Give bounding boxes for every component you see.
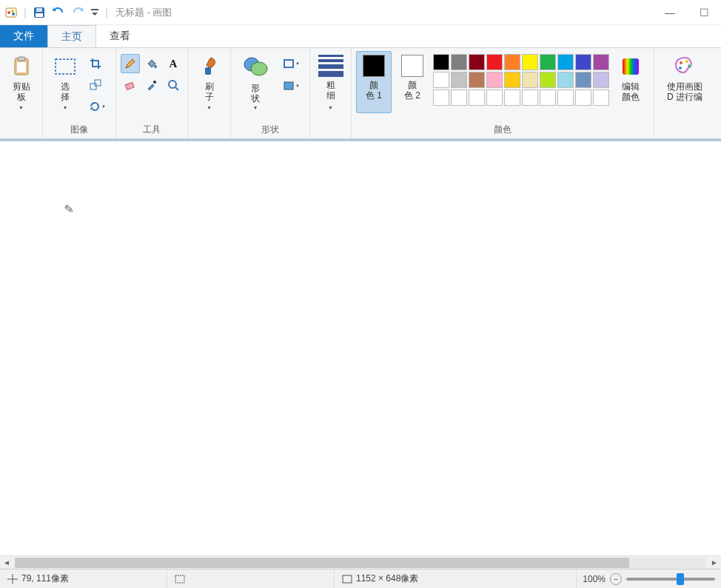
select-button[interactable]: 选 择 ▼: [47, 51, 83, 113]
selection-rect-icon: [175, 574, 185, 584]
svg-rect-11: [56, 59, 75, 74]
brushes-button[interactable]: 刷 子 ▼: [192, 51, 227, 113]
svg-point-17: [169, 81, 176, 88]
fill-icon[interactable]: [142, 54, 161, 73]
palette-color[interactable]: [557, 89, 574, 106]
shapes-button[interactable]: 形 状 ▼: [235, 51, 275, 113]
minimize-button[interactable]: —: [653, 0, 687, 24]
stroke-label: 粗 细: [326, 80, 335, 101]
shape-fill-icon[interactable]: ▼: [280, 76, 305, 95]
shapes-icon: [241, 55, 270, 80]
svg-rect-23: [284, 82, 293, 89]
svg-point-21: [251, 62, 267, 75]
pencil-icon[interactable]: [121, 54, 140, 73]
palette-color[interactable]: [522, 89, 538, 106]
svg-point-16: [153, 81, 156, 84]
color1-button[interactable]: 颜 色 1: [356, 51, 392, 113]
canvas-size: 1152 × 648像素: [356, 572, 418, 585]
palette-color[interactable]: [433, 54, 449, 70]
palette-color[interactable]: [575, 89, 591, 106]
edit-colors-button[interactable]: 编辑 颜色: [612, 51, 649, 113]
palette-color[interactable]: [486, 72, 503, 88]
save-icon[interactable]: [31, 4, 47, 21]
zoom-slider-thumb[interactable]: [677, 573, 684, 585]
palette-color[interactable]: [504, 89, 520, 106]
eyedropper-icon[interactable]: [142, 75, 161, 95]
scroll-left-icon[interactable]: ◄: [0, 558, 13, 567]
palette-color[interactable]: [469, 54, 485, 70]
group-image: 选 择 ▼ ▼ 图像: [43, 48, 116, 138]
palette-color[interactable]: [540, 54, 556, 70]
edit-colors-icon: [619, 55, 643, 78]
chevron-down-icon: ▼: [253, 105, 258, 110]
chevron-down-icon: ▼: [295, 61, 300, 66]
qat-separator: |: [24, 6, 27, 18]
palette-color[interactable]: [486, 54, 503, 70]
color2-button[interactable]: 颜 色 2: [395, 51, 430, 113]
palette-color[interactable]: [593, 72, 609, 88]
tab-file[interactable]: 文件: [0, 25, 47, 47]
quick-access-toolbar: | |: [0, 4, 113, 21]
redo-icon[interactable]: [70, 4, 86, 21]
color1-label: 颜 色 1: [366, 80, 382, 101]
svg-rect-7: [91, 9, 98, 10]
pencil-cursor-icon: ✎: [63, 201, 74, 216]
undo-icon[interactable]: [50, 4, 67, 21]
resize-icon[interactable]: [86, 75, 105, 95]
palette-color[interactable]: [433, 89, 449, 106]
palette-color[interactable]: [522, 72, 538, 88]
rotate-icon[interactable]: ▼: [86, 97, 111, 116]
ribbon: 剪贴 板 ▼ . 选 择 ▼: [0, 47, 721, 139]
palette-color[interactable]: [504, 54, 520, 70]
palette-color[interactable]: [486, 89, 503, 106]
shape-outline-icon[interactable]: ▼: [280, 54, 305, 73]
palette-color[interactable]: [469, 89, 485, 106]
canvas-size-icon: [342, 574, 352, 584]
text-icon[interactable]: A: [164, 54, 183, 73]
canvas[interactable]: ✎: [0, 141, 721, 555]
stroke-width-button[interactable]: 粗 细 ▼: [313, 51, 349, 113]
qat-separator-2: |: [105, 6, 108, 18]
selection-rect-icon: [53, 55, 77, 78]
palette-color[interactable]: [451, 72, 467, 88]
palette-color[interactable]: [575, 72, 591, 88]
magnifier-icon[interactable]: [164, 75, 183, 95]
palette-color[interactable]: [451, 54, 467, 70]
svg-point-2: [11, 10, 14, 13]
zoom-out-button[interactable]: −: [610, 573, 622, 585]
eraser-icon[interactable]: [121, 75, 140, 95]
svg-rect-19: [205, 67, 211, 75]
horizontal-scrollbar[interactable]: ◄ ►: [0, 555, 721, 569]
zoom-level: 100%: [583, 574, 606, 584]
tab-view[interactable]: 查看: [96, 25, 144, 47]
palette-color[interactable]: [504, 72, 520, 88]
chevron-down-icon: ▼: [63, 105, 68, 110]
palette-color[interactable]: [593, 54, 609, 70]
group-label-colors: 颜色: [494, 121, 512, 138]
shapes-label: 形 状: [251, 83, 260, 104]
palette-color[interactable]: [451, 89, 467, 106]
scrollbar-thumb[interactable]: [15, 558, 629, 568]
customize-qat-icon[interactable]: [89, 4, 101, 21]
crop-icon[interactable]: [86, 54, 105, 73]
scrollbar-track[interactable]: [15, 558, 706, 568]
palette-color[interactable]: [540, 89, 556, 106]
app-icon[interactable]: [3, 4, 19, 21]
work-area: ✎ ◄ ►: [0, 139, 721, 569]
palette-color[interactable]: [469, 72, 485, 88]
paint3d-label: 使用画图 D 进行编: [667, 81, 702, 102]
palette-color[interactable]: [575, 54, 591, 70]
palette-color[interactable]: [433, 72, 449, 88]
paint3d-button[interactable]: 使用画图 D 进行编: [659, 51, 711, 113]
palette-color[interactable]: [593, 89, 609, 106]
tab-home[interactable]: 主页: [47, 25, 96, 47]
svg-point-28: [679, 67, 682, 70]
palette-color[interactable]: [557, 54, 574, 70]
scroll-right-icon[interactable]: ►: [708, 558, 721, 567]
clipboard-button[interactable]: 剪贴 板 ▼: [4, 51, 39, 113]
palette-color[interactable]: [522, 54, 538, 70]
maximize-button[interactable]: ☐: [687, 0, 721, 24]
zoom-slider[interactable]: [626, 578, 715, 581]
palette-color[interactable]: [540, 72, 556, 88]
palette-color[interactable]: [557, 72, 574, 88]
